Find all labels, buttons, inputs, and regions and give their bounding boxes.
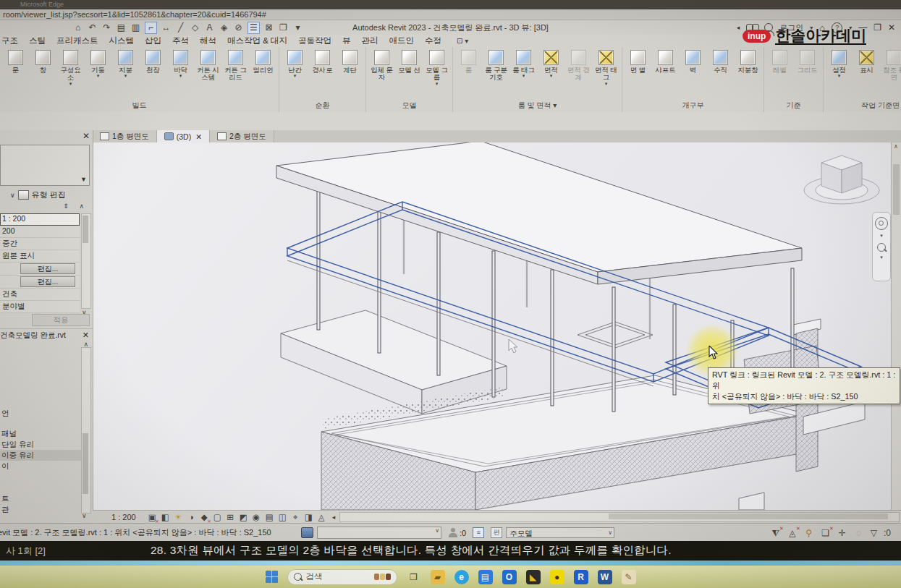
file-explorer-icon[interactable]: ▰: [431, 570, 445, 584]
steering-wheel-icon[interactable]: [875, 217, 888, 230]
export-icon[interactable]: ▥: [130, 22, 141, 33]
ribbon-button[interactable]: 수직: [707, 48, 734, 100]
hscroll-left-icon[interactable]: ◂: [332, 514, 336, 521]
taskbar-search[interactable]: 검색: [287, 569, 397, 585]
dropdown-caret-icon[interactable]: ▾: [294, 74, 297, 77]
project-browser-scrollbar[interactable]: [81, 347, 91, 514]
ribbon-button[interactable]: 천장: [140, 48, 166, 100]
view-tab-close-icon[interactable]: ✕: [195, 132, 202, 141]
text-icon[interactable]: A: [204, 22, 215, 33]
task-view-icon[interactable]: ❐: [407, 570, 421, 584]
ribbon-button[interactable]: 룸 구분 기호: [483, 48, 509, 100]
temporary-hide-isolate-icon[interactable]: ◩: [239, 512, 248, 522]
ribbon-button[interactable]: 기둥▾: [85, 48, 111, 100]
property-row[interactable]: 1 : 200: [0, 213, 80, 226]
property-edit-button[interactable]: 편집...: [20, 263, 75, 274]
ribbon-button[interactable]: 모델 그룹▾: [423, 48, 450, 100]
dropdown-caret-icon[interactable]: ▾: [550, 74, 553, 77]
project-browser-scroll-down-icon[interactable]: ∨: [82, 512, 87, 519]
measure-icon[interactable]: ⌐: [145, 22, 157, 34]
face-select-toggle-icon[interactable]: ❏: [821, 528, 831, 538]
view-tab[interactable]: (3D)✕: [157, 130, 210, 142]
pinned-select-toggle-icon[interactable]: ⚲: [804, 528, 814, 538]
dropdown-caret-icon[interactable]: ▾: [124, 74, 127, 77]
building-model[interactable]: [93, 142, 901, 510]
navigation-bar[interactable]: ▾ ▾: [872, 212, 891, 281]
ribbon-button[interactable]: 난간▾: [282, 48, 308, 100]
reveal-constraints-icon[interactable]: ⌖: [291, 513, 300, 522]
canvas-horizontal-scrollbar[interactable]: [339, 512, 900, 522]
dropdown-caret-icon[interactable]: ▾: [436, 82, 439, 85]
ribbon-button[interactable]: 면적▾: [538, 48, 564, 100]
ribbon-button[interactable]: 면 별: [625, 48, 651, 100]
ribbon-tab-8[interactable]: 매스작업 & 대지: [227, 35, 287, 46]
snap-icon[interactable]: ◌: [854, 528, 864, 538]
customize-qat-icon[interactable]: ▾: [292, 22, 303, 33]
sun-path-icon[interactable]: ☀: [174, 512, 183, 522]
ribbon-button[interactable]: 룸 태그▾: [510, 48, 537, 100]
ribbon-tab-4[interactable]: 시스템: [109, 35, 135, 46]
revit-icon[interactable]: R: [574, 570, 588, 584]
section-icon[interactable]: ⊘: [233, 22, 244, 33]
redo-icon[interactable]: ↷: [101, 22, 112, 33]
worksharing-display-icon[interactable]: ◨: [304, 512, 313, 522]
worksets-dropdown[interactable]: ∨: [317, 527, 441, 539]
reveal-hidden-icon[interactable]: ◉: [252, 512, 261, 522]
home-icon[interactable]: ⌂: [72, 22, 83, 33]
close-button[interactable]: ✕: [888, 22, 895, 33]
aligned-dimension-icon[interactable]: ↔: [161, 22, 172, 33]
zoom-tool-icon[interactable]: [877, 243, 886, 252]
property-row[interactable]: 중간: [0, 238, 80, 250]
ribbon-button[interactable]: 커튼 그리드: [222, 48, 249, 100]
design-options-icon[interactable]: 편: [491, 527, 502, 538]
property-row[interactable]: 원본 표시: [0, 250, 80, 263]
3d-view-icon[interactable]: ◈: [219, 22, 229, 33]
family-chevron-icon[interactable]: ∨: [10, 192, 15, 199]
notes-icon[interactable]: ✎: [622, 570, 636, 584]
worksets-icon[interactable]: [301, 527, 313, 538]
start-button[interactable]: [266, 571, 278, 583]
ribbon-button[interactable]: 지붕창: [735, 48, 761, 100]
navbar-caret-icon[interactable]: ▾: [880, 233, 883, 239]
dark-app-icon[interactable]: ◣: [526, 570, 541, 584]
panel-state-toggle-icon[interactable]: ⊡ ▾: [457, 37, 468, 45]
ribbon-tab-6[interactable]: 주석: [172, 35, 189, 46]
property-sort-icons[interactable]: ⇕ ∧: [63, 203, 88, 210]
ribbon-tab-9[interactable]: 공동작업: [298, 35, 331, 46]
ribbon-button[interactable]: 계단: [337, 48, 363, 100]
browser-tree-item[interactable]: 패널: [0, 428, 81, 439]
browser-tree-item[interactable]: 이중 유리: [0, 450, 81, 461]
property-row[interactable]: 200: [0, 226, 80, 238]
ribbon-tab-7[interactable]: 해석: [200, 35, 216, 46]
switch-windows-icon[interactable]: ❐: [278, 22, 289, 33]
filter-icon[interactable]: ▽: [871, 528, 877, 538]
ribbon-button[interactable]: 입체 문자: [368, 48, 395, 100]
outlook-icon[interactable]: O: [502, 570, 517, 584]
ribbon-button[interactable]: 멀리언: [250, 48, 276, 100]
drag-select-toggle-icon[interactable]: ✛: [837, 528, 847, 538]
dropdown-caret-icon[interactable]: ▾: [523, 74, 525, 77]
undo-icon[interactable]: ↶: [87, 22, 98, 33]
ribbon-tab-12[interactable]: 애드인: [389, 35, 415, 46]
scroll-up-icon[interactable]: ∧: [894, 143, 898, 150]
ribbon-button[interactable]: 바닥▾: [167, 48, 194, 100]
kakaotalk-icon[interactable]: ●: [550, 570, 564, 584]
dropdown-caret-icon[interactable]: ▾: [605, 82, 608, 85]
ribbon-tab-10[interactable]: 뷰: [342, 35, 351, 46]
visual-style-icon[interactable]: ◧: [161, 512, 170, 522]
dropdown-caret-icon[interactable]: ▾: [97, 74, 100, 77]
show-crop-icon[interactable]: ⊞: [226, 512, 235, 522]
viewcube[interactable]: [804, 155, 879, 204]
type-selector-caret-icon[interactable]: ▼: [80, 176, 87, 183]
ribbon-button[interactable]: 창: [30, 48, 56, 100]
restore-button[interactable]: ❐: [873, 22, 881, 33]
ribbon-tab-1[interactable]: 구조: [1, 35, 18, 46]
project-browser-close-icon[interactable]: ✕: [83, 329, 89, 341]
widgets-icon[interactable]: [374, 574, 391, 580]
ribbon-tab-11[interactable]: 관리: [362, 35, 378, 46]
browser-tree-item[interactable]: 단일 유리: [0, 439, 81, 450]
tag-icon[interactable]: ◇: [190, 22, 200, 33]
ribbon-button[interactable]: 모델 선: [396, 48, 423, 100]
temporary-view-properties-icon[interactable]: ▤: [265, 512, 274, 522]
dropdown-caret-icon[interactable]: ▾: [179, 74, 182, 77]
